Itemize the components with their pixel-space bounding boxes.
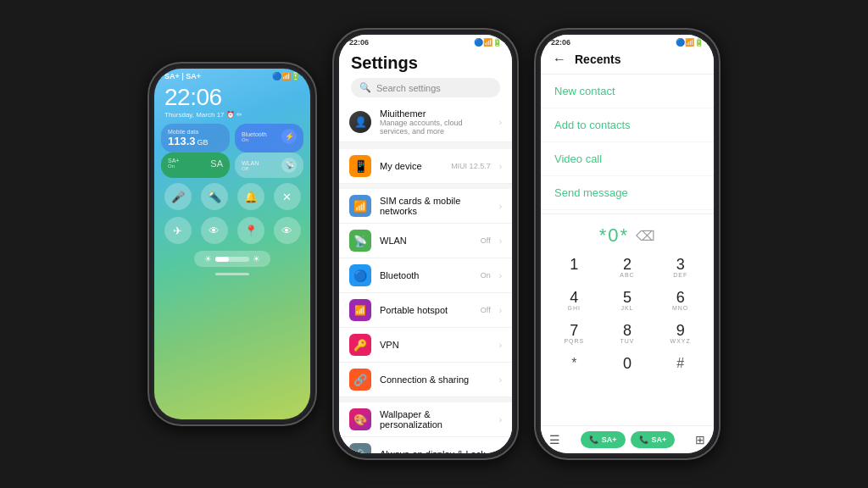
- wlan-tile[interactable]: WLAN Off 📡: [235, 152, 303, 178]
- settings-header: Settings 🔍 Search settings: [339, 48, 512, 103]
- device-content: My device: [380, 161, 442, 171]
- key-2[interactable]: 2 ABC: [601, 252, 654, 285]
- settings-item-wlan[interactable]: 📡 WLAN Off ›: [339, 224, 512, 258]
- key-9[interactable]: 9 WXYZ: [654, 318, 707, 351]
- settings-title: Settings: [351, 53, 500, 73]
- account-title: Miuithemer: [380, 108, 491, 119]
- chevron-icon-8: ›: [499, 415, 502, 424]
- settings-item-sim[interactable]: 📶 SIM cards & mobile networks ›: [339, 189, 512, 224]
- brightness-thumb: [215, 257, 229, 262]
- sub-4: GHI: [568, 305, 581, 313]
- key-hash[interactable]: #: [654, 351, 707, 384]
- delete-icon[interactable]: ⌫: [636, 228, 655, 244]
- settings-item-account[interactable]: 👤 Miuithemer Manage accounts, cloud serv…: [339, 103, 512, 142]
- search-icon: 🔍: [359, 82, 371, 93]
- recents-title: Recents: [575, 53, 620, 66]
- bluetooth-tile[interactable]: Bluetooth On ⚡: [235, 124, 303, 152]
- phone-dialer: 22:06 🔵📶🔋 ← Recents New contact Add to c…: [534, 28, 721, 460]
- new-contact-action[interactable]: New contact: [541, 75, 714, 108]
- digit-hash: #: [676, 357, 684, 370]
- send-message-action[interactable]: Send message: [541, 176, 714, 210]
- call-buttons: 📞 SA+ 📞 SA+: [581, 431, 676, 448]
- status-icons-3: 🔵📶🔋: [676, 38, 704, 47]
- flashlight-icon[interactable]: 🔦: [201, 183, 228, 210]
- eye2-icon[interactable]: 👁: [274, 217, 301, 244]
- bluetooth-settings-icon: 🔵: [349, 264, 371, 286]
- sim-icon: 📶: [349, 195, 371, 217]
- mobile-data-unit: GB: [198, 138, 209, 147]
- call-btn-sa1[interactable]: 📞 SA+: [581, 431, 626, 448]
- call-btn-sa2[interactable]: 📞 SA+: [631, 431, 676, 448]
- new-contact-label: New contact: [554, 85, 700, 97]
- bluetooth-content: Bluetooth: [380, 270, 472, 280]
- sub-8: TUV: [620, 338, 634, 346]
- mobile-data-tile[interactable]: Mobile data 113.3 GB: [161, 124, 230, 152]
- key-5[interactable]: 5 JKL: [601, 285, 654, 318]
- settings-item-connection[interactable]: 🔗 Connection & sharing ›: [339, 363, 512, 397]
- chevron-icon-2: ›: [499, 202, 502, 211]
- time-2: 22:06: [349, 38, 369, 47]
- sub-6: MNO: [672, 305, 688, 313]
- mic-icon[interactable]: 🎤: [164, 183, 192, 210]
- bell-icon[interactable]: 🔔: [237, 183, 264, 210]
- settings-item-aod[interactable]: 🔒 Always-on display & Lock ›: [339, 437, 512, 453]
- screen-record-icon[interactable]: ✕: [274, 183, 301, 210]
- chevron-icon-3: ›: [499, 236, 502, 246]
- add-contacts-label: Add to contacts: [554, 119, 700, 131]
- key-6[interactable]: 6 MNO: [654, 285, 707, 318]
- menu-icon[interactable]: ☰: [549, 433, 560, 446]
- key-star[interactable]: *: [548, 351, 601, 384]
- time-3: 22:06: [551, 38, 570, 47]
- settings-section-account: 👤 Miuithemer Manage accounts, cloud serv…: [339, 103, 512, 142]
- control-tiles: Mobile data 113.3 GB Bluetooth On ⚡: [154, 124, 310, 152]
- brightness-control: ☀ ☀: [154, 246, 310, 270]
- settings-item-bluetooth[interactable]: 🔵 Bluetooth On ›: [339, 258, 512, 293]
- bluetooth-status: On: [242, 137, 267, 142]
- settings-search-bar[interactable]: 🔍 Search settings: [351, 78, 500, 97]
- key-7[interactable]: 7 PQRS: [548, 318, 601, 351]
- digit-4: 4: [570, 290, 578, 305]
- sub-3: DEF: [673, 272, 687, 280]
- settings-item-hotspot[interactable]: 📶 Portable hotspot Off ›: [339, 293, 512, 328]
- settings-item-device[interactable]: 📱 My device MIUI 12.5.7 ›: [339, 149, 512, 184]
- dialer-number: *0*: [599, 225, 629, 247]
- settings-item-vpn[interactable]: 🔑 VPN ›: [339, 328, 512, 363]
- vpn-content: VPN: [380, 340, 491, 350]
- digit-0: 0: [623, 356, 632, 371]
- status-icons-1: 🔵📶🔋: [272, 72, 300, 80]
- add-to-contacts-action[interactable]: Add to contacts: [541, 108, 714, 142]
- call-btn-sa1-icon: 📞: [589, 435, 598, 444]
- video-call-action[interactable]: Video call: [541, 142, 714, 176]
- key-0[interactable]: 0: [601, 351, 654, 384]
- phone-settings: 22:06 🔵📶🔋 Settings 🔍 Search settings 👤 M…: [332, 28, 519, 460]
- key-3[interactable]: 3 DEF: [654, 252, 707, 285]
- wallpaper-content: Wallpaper & personalization: [380, 409, 491, 430]
- settings-item-wallpaper[interactable]: 🎨 Wallpaper & personalization ›: [339, 402, 512, 437]
- key-4[interactable]: 4 GHI: [548, 285, 601, 318]
- avatar-icon: 👤: [349, 111, 371, 133]
- settings-list: 👤 Miuithemer Manage accounts, cloud serv…: [339, 103, 512, 453]
- grid-icon[interactable]: ⊞: [695, 433, 705, 446]
- account-sub: Manage accounts, cloud services, and mor…: [380, 119, 491, 136]
- device-title: My device: [380, 161, 442, 171]
- brightness-slider[interactable]: ☀ ☀: [194, 251, 270, 267]
- digit-1: 1: [570, 257, 578, 272]
- digit-3: 3: [676, 257, 685, 272]
- key-8[interactable]: 8 TUV: [601, 318, 654, 351]
- bluetooth-on-status: On: [481, 271, 491, 280]
- connection-icon: 🔗: [349, 369, 371, 391]
- sa-plus-tile[interactable]: SA+ On SA: [161, 152, 230, 178]
- key-1[interactable]: 1: [548, 252, 601, 285]
- control-tiles-row2: SA+ On SA WLAN Off 📡: [154, 152, 310, 178]
- dialer-keypad: 1 2 ABC 3 DEF 4 GHI 5 JKL 6 MNO: [541, 250, 714, 385]
- call-btn-sa2-label: SA+: [652, 435, 667, 444]
- bluetooth-label: Bluetooth: [242, 131, 267, 137]
- dialer-bottom-bar: ☰ 📞 SA+ 📞 SA+ ⊞: [541, 425, 714, 453]
- back-button[interactable]: ←: [553, 52, 566, 67]
- sa-status: On: [168, 164, 179, 169]
- airplane-icon[interactable]: ✈: [164, 217, 192, 244]
- eye-icon[interactable]: 👁: [201, 217, 228, 244]
- send-message-label: Send message: [554, 186, 700, 199]
- location-icon[interactable]: 📍: [237, 217, 264, 244]
- sub-2: ABC: [620, 272, 634, 280]
